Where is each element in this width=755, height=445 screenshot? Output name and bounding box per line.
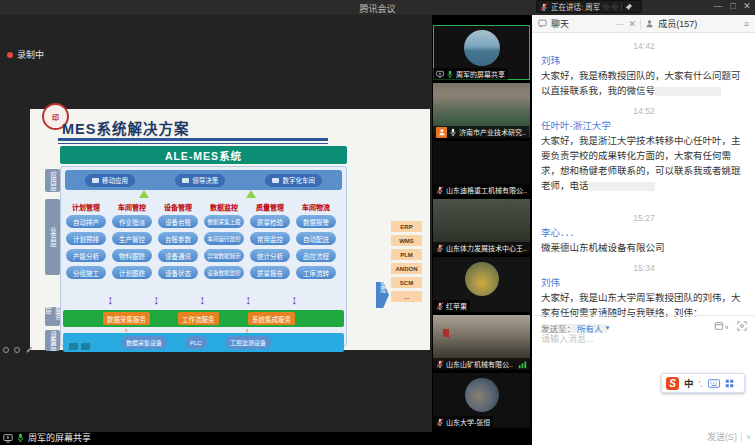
panel-menu-button[interactable]: ≡ [744, 19, 749, 29]
grid-icon[interactable] [725, 379, 734, 388]
send-to-dropdown[interactable]: 所有人 [577, 322, 603, 334]
send-to-row: 发送至： 所有人 ▼ [541, 322, 610, 334]
message-sender[interactable]: 刘玮 [541, 53, 747, 67]
message-text: 大家好，我是浙江大学技术转移中心任叶叶，主要负责学校的成果转化方面的，大家有任何… [541, 133, 747, 193]
slide-title: MES系统解决方案 [62, 117, 189, 138]
participant-label: 山东体力发展技术中心王.. [433, 242, 530, 254]
participant-tile[interactable]: 山东体力发展技术中心王.. [433, 199, 530, 254]
chevron-down-icon[interactable]: ▼ [605, 325, 611, 331]
presentation-slide: 印 MES系统解决方案 ALE-MES系统 移动应用 领导决策 数字化车间 计划… [30, 109, 430, 350]
layer-tab: 业务层 [45, 199, 60, 275]
module-column: 计划管理 自动排产 计划预排 产能分析 分组施工 [65, 202, 107, 283]
participant-tile[interactable]: 周军的屏幕共享 [433, 25, 530, 80]
signal-bars-icon [518, 360, 527, 369]
flag-decor [443, 329, 449, 338]
avatar [464, 30, 500, 66]
module-column: 数据监控 数据采集上报 车间运行监控 异常数据展示 设备数据监控 [203, 202, 245, 283]
module-item: 工序流转 [296, 266, 336, 279]
participant-label: 山东山矿机械有限公.. [433, 358, 530, 370]
up-arrow-icon [246, 190, 256, 198]
service-button: 工作流服务 [178, 312, 219, 325]
screen-share-indicator: 周军的屏幕共享 [3, 431, 91, 444]
message-time: 14:42 [541, 41, 747, 51]
participant-tile[interactable]: 红苹果 [433, 257, 530, 312]
module-item: 设备台账 [158, 215, 198, 228]
double-arrow-icon: ↕ [245, 293, 252, 306]
diagram-node: 移动应用 [85, 174, 135, 187]
shape-circle-icon[interactable] [3, 347, 9, 353]
shape-circle-icon[interactable] [14, 347, 20, 353]
participant-tile[interactable]: 山东山矿机械有限公.. [433, 315, 530, 370]
pen-icon[interactable] [25, 346, 33, 354]
module-column: 车间管控 作业指派 生产管控 物料跟踪 计划跟踪 [111, 202, 153, 283]
mic-muted-icon [436, 418, 444, 426]
laptop-icon [92, 178, 99, 183]
minimize-button[interactable]: — [711, 1, 725, 11]
module-item: 分组施工 [66, 266, 106, 279]
module-item: 计划跟踪 [112, 266, 152, 279]
sogou-logo-icon[interactable]: S [666, 377, 679, 390]
pin-icon[interactable] [625, 3, 633, 11]
message-sender[interactable]: 李心．．． [541, 225, 747, 239]
diagram-panel: 移动应用 领导决策 数字化车间 计划管理 自动排产 计划预排 产能分析 分组施工… [60, 166, 347, 347]
chat-bubble-icon [538, 19, 547, 28]
module-column: 设备管理 设备台账 台账参数 设备通讯 设备状态 [157, 202, 199, 283]
participant-tile[interactable]: 济南市产业技术研究.. [433, 83, 530, 138]
participant-strip: 周军的屏幕共享 济南市产业技术研究.. 山东迪格重工机械有限公.. 山东体力发展… [433, 15, 530, 445]
message-text: 微莱德山东机械设备有限公司 [541, 240, 747, 255]
diagram-header: ALE-MES系统 [60, 146, 347, 164]
module-item: 自动配送 [296, 232, 336, 245]
participant-tile[interactable]: 山东迪格重工机械有限公.. [433, 141, 530, 196]
tab-members[interactable]: 成员(157) [658, 17, 697, 30]
slide-footer-icon [81, 343, 90, 350]
speaking-toolbar[interactable]: 正在讲话: 周军 [536, 0, 642, 13]
participant-label: 山东迪格重工机械有限公.. [433, 184, 530, 196]
message-sender[interactable]: 任叶叶-浙江大学 [541, 118, 747, 132]
module-item: 质量检验 [250, 215, 290, 228]
keyboard-icon[interactable] [708, 379, 720, 388]
annotation-toolbar[interactable] [3, 346, 33, 354]
mic-muted-icon [436, 302, 444, 310]
ime-language-mode[interactable]: 中 [684, 376, 694, 390]
module-item: 计划预排 [66, 232, 106, 245]
ime-toolbar[interactable]: S 中 ’, [661, 373, 745, 393]
mic-on-icon [16, 433, 25, 442]
chat-message-list[interactable]: 14:42 刘玮 大家好，我是杨教授团队的，大家有什么问题可以直接联系我，我的微… [541, 33, 747, 335]
message-sender[interactable]: 刘伟 [541, 275, 747, 289]
factory-icon [272, 178, 279, 183]
send-divider [741, 432, 742, 442]
chat-more-button[interactable]: ··· [616, 19, 625, 29]
header-divider [640, 19, 641, 29]
chat-message-input[interactable] [541, 334, 741, 344]
double-arrow-icon: ↕ [153, 293, 160, 306]
send-options-chevron-icon[interactable]: ∨ [746, 433, 751, 441]
module-item: 车间运行监控 [204, 232, 244, 245]
host-badge [436, 127, 447, 138]
tab-chat[interactable]: 聊天 [551, 17, 569, 30]
up-arrow-icon [139, 190, 149, 198]
ime-punctuation-mode[interactable]: ’, [699, 379, 703, 388]
message-time: 14:52 [541, 106, 747, 116]
device-button: PLC [185, 336, 207, 349]
participant-tile[interactable]: 山东大学-张恒 [433, 373, 530, 428]
module-item: 质量报告 [250, 266, 290, 279]
external-system: WMS [391, 235, 422, 246]
close-button[interactable]: ✕ [740, 1, 754, 11]
recording-indicator: 录制中 [7, 48, 44, 61]
emoji-window-button[interactable]: ∨ [714, 321, 729, 331]
external-system: PLM [391, 249, 422, 260]
mic-on-icon [449, 128, 457, 136]
layer-tab: 应用层 [45, 169, 60, 192]
mic-on-icon [446, 70, 454, 78]
maximize-button[interactable]: □ [726, 1, 740, 11]
mic-muted-icon [436, 360, 444, 368]
audio-level-decor [611, 2, 619, 10]
chat-close-button[interactable]: ✕ [629, 19, 637, 29]
service-layer-bar: 数据采集服务 工作流服务 系统集成服务 [63, 310, 344, 327]
shared-screen-stage: 录制中 印 MES系统解决方案 ALE-MES系统 移动应用 领导决策 数字化车… [0, 15, 432, 432]
send-button[interactable]: 发送(S) ∨ [707, 430, 751, 443]
screenshot-button[interactable] [737, 321, 747, 331]
participant-label: 济南市产业技术研究.. [433, 126, 529, 138]
module-item: 统计分析 [250, 249, 290, 262]
message-time: 15:34 [541, 263, 747, 273]
